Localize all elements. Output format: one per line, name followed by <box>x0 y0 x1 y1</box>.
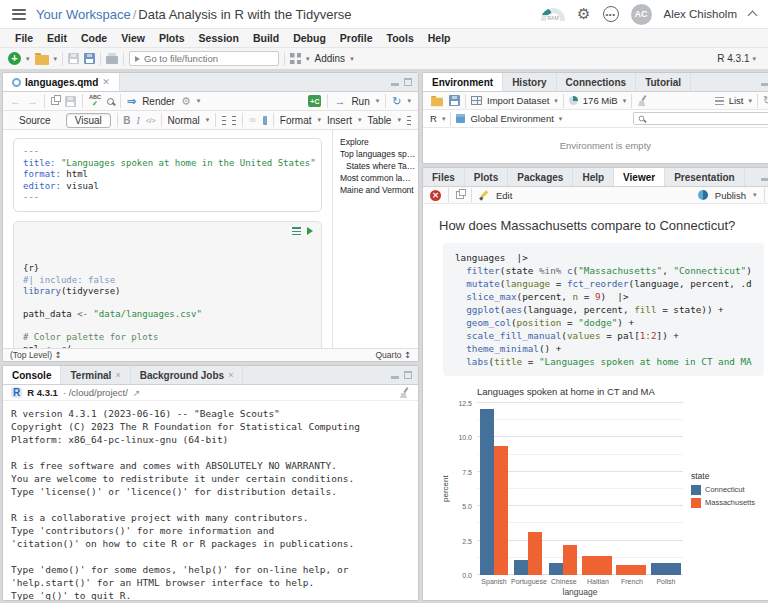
env-language-dropdown[interactable]: R <box>430 113 437 124</box>
run-button[interactable]: Run <box>351 96 369 107</box>
table-menu[interactable]: Table <box>368 115 392 126</box>
image-icon[interactable] <box>263 116 268 125</box>
save-all-icon[interactable] <box>84 53 95 64</box>
menu-build[interactable]: Build <box>246 32 286 44</box>
outline-item[interactable]: Maine and Vermont <box>340 184 411 196</box>
open-dropdown-icon[interactable]: ▾ <box>54 55 58 63</box>
refresh-environment-icon[interactable]: ↻ <box>763 95 768 106</box>
clear-environment-broom-icon[interactable] <box>637 95 648 106</box>
avatar[interactable]: AC <box>631 4 652 25</box>
render-button[interactable]: Render <box>142 96 175 107</box>
numbered-list-icon[interactable] <box>232 116 236 125</box>
edit-button[interactable]: Edit <box>496 190 512 201</box>
new-file-icon[interactable]: + <box>8 52 21 65</box>
popout-icon[interactable] <box>51 97 59 105</box>
tab-tutorial[interactable]: Tutorial <box>636 73 691 91</box>
editor-document[interactable]: ---title: "Languages spoken at home in t… <box>3 130 332 348</box>
search-icon[interactable] <box>107 98 114 105</box>
yaml-block[interactable]: ---title: "Languages spoken at home in t… <box>13 138 322 212</box>
goto-file-box[interactable] <box>129 51 279 66</box>
code-icon[interactable]: </> <box>146 116 155 125</box>
outline-item[interactable]: Explore <box>340 136 411 148</box>
tab-files[interactable]: Files <box>423 168 465 186</box>
global-environment-dropdown[interactable]: Global Environment <box>470 113 553 124</box>
tab-languages-qmd[interactable]: languages.qmd ✕ <box>3 73 120 91</box>
more-options-icon[interactable]: ••• <box>603 6 619 22</box>
new-file-dropdown-icon[interactable]: ▾ <box>26 55 30 63</box>
publish-button[interactable]: Publish <box>715 190 746 201</box>
addins-grid-icon[interactable] <box>290 53 301 64</box>
tab-presentation[interactable]: Presentation <box>665 168 745 186</box>
list-view-button[interactable]: List <box>729 95 744 106</box>
menu-view[interactable]: View <box>114 32 152 44</box>
tab-help[interactable]: Help <box>573 168 614 186</box>
breadcrumb-workspace-link[interactable]: Your Workspace <box>36 7 131 22</box>
goto-file-input[interactable] <box>144 53 273 64</box>
format-menu[interactable]: Format <box>280 115 312 126</box>
render-settings-gear-icon[interactable]: ⚙ <box>181 96 191 107</box>
code-chunk[interactable]: {r}#| include: falselibrary(tidyverse) p… <box>13 221 322 349</box>
insert-chunk-icon[interactable]: +C <box>308 95 321 107</box>
clear-viewer-icon[interactable]: ✕ <box>430 190 441 201</box>
maximize-pane-icon[interactable] <box>404 78 412 86</box>
link-icon[interactable]: ∞ <box>248 115 256 125</box>
outline-item[interactable]: Most common la… <box>340 172 411 184</box>
environment-search-box[interactable] <box>633 112 768 125</box>
tab-environment[interactable]: Environment <box>423 73 503 91</box>
tab-plots[interactable]: Plots <box>465 168 508 186</box>
outline-toggle-icon[interactable] <box>407 116 411 125</box>
bullet-list-icon[interactable] <box>222 116 226 125</box>
menu-debug[interactable]: Debug <box>286 32 333 44</box>
r-version-selector[interactable]: R 4.3.1▾ <box>717 53 760 64</box>
back-icon[interactable]: ← <box>10 96 21 107</box>
maximize-pane-icon[interactable] <box>404 371 412 379</box>
filetype-indicator[interactable]: Quarto ↕ <box>376 350 412 360</box>
menu-code[interactable]: Code <box>74 32 114 44</box>
tab-background-jobs[interactable]: Background Jobs× <box>131 366 244 384</box>
visual-mode-button[interactable]: Visual <box>66 113 111 128</box>
minimize-pane-icon[interactable] <box>391 376 399 379</box>
env-open-icon[interactable] <box>431 97 443 106</box>
menu-plots[interactable]: Plots <box>152 32 192 44</box>
paragraph-style-dropdown[interactable]: Normal <box>167 115 199 126</box>
console-output[interactable]: R version 4.3.1 (2023-06-16) -- "Beagle … <box>3 401 418 600</box>
menu-file[interactable]: File <box>8 32 40 44</box>
save-icon[interactable] <box>68 53 79 64</box>
settings-gear-icon[interactable]: ⚙ <box>577 7 590 22</box>
menu-help[interactable]: Help <box>421 32 458 44</box>
run-chunk-icon[interactable] <box>307 227 313 235</box>
minimize-pane-icon[interactable] <box>391 83 399 86</box>
minimize-pane-icon[interactable] <box>761 178 768 181</box>
viewer-popout-icon[interactable] <box>456 191 464 199</box>
open-folder-icon[interactable] <box>35 55 49 65</box>
close-tab-icon[interactable]: ✕ <box>102 77 110 87</box>
italic-icon[interactable]: I <box>136 115 139 126</box>
tab-console[interactable]: Console <box>3 366 61 384</box>
spellcheck-icon[interactable]: ABC✓ <box>89 95 101 108</box>
chevron-up-icon[interactable] <box>748 11 758 21</box>
goto-directory-icon[interactable]: ↗ <box>133 388 141 398</box>
print-icon[interactable] <box>106 56 118 64</box>
run-chunks-above-icon[interactable] <box>292 227 301 235</box>
tab-history[interactable]: History <box>503 73 556 91</box>
viewer-content[interactable]: How does Massachusetts compare to Connec… <box>423 204 768 600</box>
memory-usage-button[interactable]: 176 MiB <box>583 95 618 106</box>
clear-console-broom-icon[interactable] <box>399 387 410 398</box>
forward-icon[interactable]: → <box>27 96 38 107</box>
env-save-icon[interactable] <box>449 95 460 106</box>
scope-indicator[interactable]: (Top Level) ↕ <box>10 350 62 360</box>
rerun-icon[interactable]: ↻ <box>392 96 401 107</box>
menu-edit[interactable]: Edit <box>40 32 74 44</box>
outline-item[interactable]: States where Ta… <box>340 160 411 172</box>
minimize-pane-icon[interactable] <box>761 83 768 86</box>
close-tab-icon[interactable]: × <box>228 370 233 380</box>
menu-profile[interactable]: Profile <box>333 32 380 44</box>
bold-icon[interactable]: B <box>123 115 130 126</box>
tab-viewer[interactable]: Viewer <box>614 168 665 186</box>
tab-terminal[interactable]: Terminal× <box>61 366 130 384</box>
insert-menu[interactable]: Insert <box>327 115 352 126</box>
menu-tools[interactable]: Tools <box>380 32 421 44</box>
tab-connections[interactable]: Connections <box>557 73 637 91</box>
source-mode-button[interactable]: Source <box>10 113 60 128</box>
editor-save-icon[interactable] <box>65 96 76 107</box>
